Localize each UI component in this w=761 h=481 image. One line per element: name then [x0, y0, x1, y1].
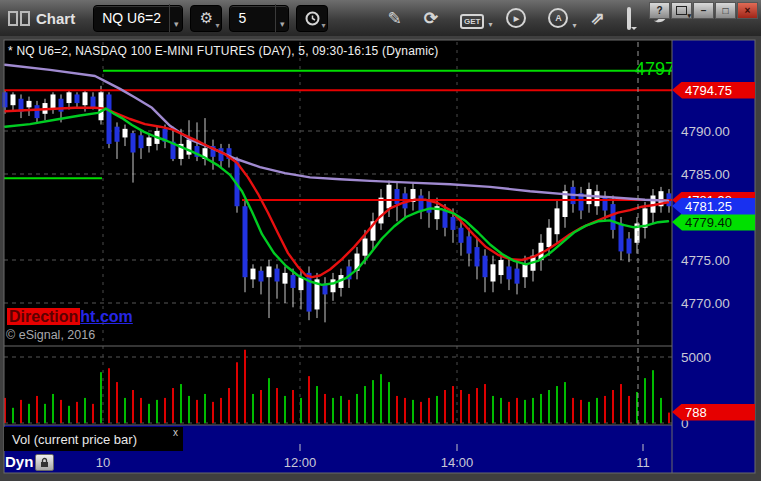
volume-bar [220, 398, 222, 423]
volume-bar [516, 398, 518, 423]
candle-body [107, 94, 112, 143]
candle-body [115, 127, 120, 142]
candle-body [483, 256, 488, 278]
interval-dropdown-arrow-icon[interactable]: ▾ [275, 4, 289, 32]
chart-header: * NQ U6=2, NASDAQ 100 E-MINI FUTURES (DA… [8, 44, 439, 58]
symbol-selector[interactable]: NQ U6=2 ▾ [93, 5, 183, 32]
volume-plot-area[interactable] [4, 346, 672, 425]
resistance-tag: 4794.75 [672, 82, 755, 99]
price-axis-label: 4790.00 [681, 124, 730, 139]
volume-bar [300, 398, 302, 423]
volume-bar [364, 386, 366, 423]
minimize-button[interactable]: – [693, 2, 714, 19]
watermark-domain[interactable]: ht.com [80, 308, 132, 325]
collapse-button[interactable] [671, 2, 692, 19]
comment-button[interactable] [627, 10, 631, 27]
volume-bar [52, 394, 54, 423]
current-volume-tag: 788 [672, 404, 755, 421]
auto-trade-button[interactable]: A ▾ [548, 8, 568, 28]
get-dropdown-arrow-icon: ▾ [488, 21, 492, 29]
candle-body [27, 101, 32, 107]
volume-bar [260, 390, 262, 423]
volume-bar [76, 402, 78, 423]
reload-chart-button[interactable]: ⟳ [424, 10, 438, 27]
dynamic-mode-label: Dyn [5, 453, 33, 470]
candle-body [467, 236, 472, 253]
price-axis-label: 4770.00 [681, 296, 730, 311]
watermark-highlight: Direction [7, 308, 80, 325]
candle-body [75, 94, 80, 103]
help-button[interactable]: ? [649, 2, 670, 19]
candle-body [379, 198, 384, 224]
candle-body [595, 191, 600, 206]
volume-pane-close-button[interactable]: x [173, 427, 178, 438]
candle-body [251, 269, 256, 280]
time-lock-button[interactable] [35, 454, 54, 471]
candle-body [491, 264, 496, 281]
volume-bar [132, 390, 134, 423]
launch-icon: ⇗ [590, 9, 604, 28]
candle-body [627, 239, 632, 254]
volume-bar [620, 384, 622, 423]
symbol-settings-button[interactable]: ⚙ ▾ [190, 5, 222, 32]
interval-selector[interactable]: 5 ▾ [229, 5, 289, 32]
volume-bar [564, 382, 566, 423]
last-price-tag: 4781.25 [672, 198, 755, 215]
watermark-link[interactable]: Directionht.com [7, 308, 133, 326]
close-button[interactable]: × [737, 2, 758, 19]
time-template-button[interactable]: ▾ [296, 5, 328, 32]
candle-body [83, 92, 88, 105]
replay-button[interactable]: ▶ [506, 8, 526, 28]
collapse-icon [676, 6, 687, 15]
candle-body [523, 264, 528, 277]
volume-bar [460, 390, 462, 423]
time-axis-label: 12:00 [284, 455, 317, 470]
volume-bar [244, 350, 246, 423]
volume-bar [404, 398, 406, 423]
volume-bar [428, 398, 430, 423]
draw-tool-button[interactable]: ✎ [387, 10, 401, 27]
pencil-icon: ✎ [387, 9, 401, 28]
volume-bar [332, 398, 334, 423]
volume-bar [420, 402, 422, 423]
publish-button[interactable]: ⇗ [590, 10, 604, 27]
candle-body [459, 228, 464, 243]
volume-bar [444, 390, 446, 423]
candle-body [243, 206, 248, 277]
interval-input[interactable]: 5 [230, 10, 254, 26]
volume-bar [116, 382, 118, 423]
candle-body [387, 185, 392, 209]
volume-bar [60, 400, 62, 423]
volume-bar [44, 404, 46, 423]
volume-bar [652, 370, 654, 423]
volume-bar [580, 400, 582, 423]
price-axis-label: 5000 [681, 350, 711, 365]
volume-bar [196, 400, 198, 423]
volume-bar [236, 362, 238, 423]
maximize-button[interactable]: □ [715, 2, 736, 19]
get-data-button[interactable]: GET ▾ [460, 10, 484, 27]
volume-bar [612, 390, 614, 423]
volume-bar [596, 398, 598, 423]
symbol-dropdown-arrow-icon[interactable]: ▾ [169, 4, 183, 32]
candle-body [35, 105, 40, 118]
volume-bar [668, 413, 670, 423]
volume-bar [124, 398, 126, 423]
symbol-input[interactable]: NQ U6=2 [94, 10, 169, 26]
volume-bar [412, 400, 414, 423]
candle-body [91, 97, 96, 108]
lock-icon [39, 457, 50, 468]
window-title: Chart [36, 10, 75, 27]
volume-bar [12, 408, 14, 423]
volume-bar [340, 396, 342, 423]
chart-window: Chart NQ U6=2 ▾ ⚙ ▾ 5 ▾ ▾ ✎ ⟳ GET ▾ [0, 0, 761, 481]
title-bar: Chart NQ U6=2 ▾ ⚙ ▾ 5 ▾ ▾ ✎ ⟳ GET ▾ [0, 0, 761, 36]
candle-body [267, 266, 272, 277]
volume-bar [156, 400, 158, 423]
volume-bar [204, 394, 206, 423]
candle-body [331, 279, 336, 292]
volume-bar [468, 394, 470, 423]
gear-icon: ⚙ [200, 9, 213, 27]
volume-bar [188, 396, 190, 423]
volume-bar [172, 388, 174, 423]
